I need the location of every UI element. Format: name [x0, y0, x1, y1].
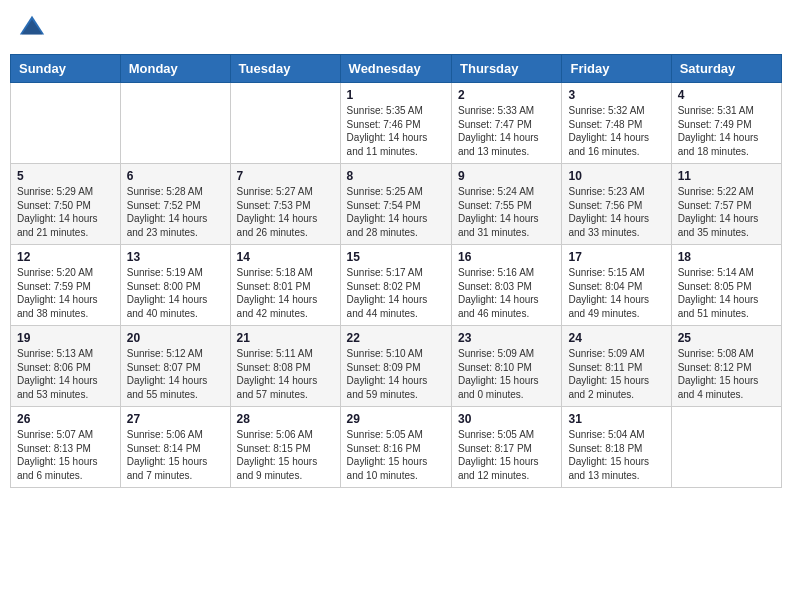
day-cell: 19Sunrise: 5:13 AM Sunset: 8:06 PM Dayli…	[11, 326, 121, 407]
day-cell	[230, 83, 340, 164]
day-cell: 12Sunrise: 5:20 AM Sunset: 7:59 PM Dayli…	[11, 245, 121, 326]
day-info: Sunrise: 5:08 AM Sunset: 8:12 PM Dayligh…	[678, 347, 775, 401]
day-cell: 3Sunrise: 5:32 AM Sunset: 7:48 PM Daylig…	[562, 83, 671, 164]
day-info: Sunrise: 5:18 AM Sunset: 8:01 PM Dayligh…	[237, 266, 334, 320]
day-number: 28	[237, 412, 334, 426]
day-number: 3	[568, 88, 664, 102]
day-number: 9	[458, 169, 555, 183]
day-number: 22	[347, 331, 445, 345]
day-cell: 17Sunrise: 5:15 AM Sunset: 8:04 PM Dayli…	[562, 245, 671, 326]
day-info: Sunrise: 5:13 AM Sunset: 8:06 PM Dayligh…	[17, 347, 114, 401]
day-number: 16	[458, 250, 555, 264]
day-info: Sunrise: 5:06 AM Sunset: 8:15 PM Dayligh…	[237, 428, 334, 482]
day-cell: 4Sunrise: 5:31 AM Sunset: 7:49 PM Daylig…	[671, 83, 781, 164]
day-cell: 13Sunrise: 5:19 AM Sunset: 8:00 PM Dayli…	[120, 245, 230, 326]
day-cell: 21Sunrise: 5:11 AM Sunset: 8:08 PM Dayli…	[230, 326, 340, 407]
day-cell: 25Sunrise: 5:08 AM Sunset: 8:12 PM Dayli…	[671, 326, 781, 407]
day-info: Sunrise: 5:25 AM Sunset: 7:54 PM Dayligh…	[347, 185, 445, 239]
day-info: Sunrise: 5:16 AM Sunset: 8:03 PM Dayligh…	[458, 266, 555, 320]
day-number: 8	[347, 169, 445, 183]
week-row-1: 1Sunrise: 5:35 AM Sunset: 7:46 PM Daylig…	[11, 83, 782, 164]
weekday-header-row: SundayMondayTuesdayWednesdayThursdayFrid…	[11, 55, 782, 83]
day-cell: 30Sunrise: 5:05 AM Sunset: 8:17 PM Dayli…	[452, 407, 562, 488]
day-number: 11	[678, 169, 775, 183]
day-cell: 29Sunrise: 5:05 AM Sunset: 8:16 PM Dayli…	[340, 407, 451, 488]
day-info: Sunrise: 5:23 AM Sunset: 7:56 PM Dayligh…	[568, 185, 664, 239]
weekday-header-monday: Monday	[120, 55, 230, 83]
day-number: 29	[347, 412, 445, 426]
week-row-4: 19Sunrise: 5:13 AM Sunset: 8:06 PM Dayli…	[11, 326, 782, 407]
day-info: Sunrise: 5:31 AM Sunset: 7:49 PM Dayligh…	[678, 104, 775, 158]
day-number: 23	[458, 331, 555, 345]
day-cell: 7Sunrise: 5:27 AM Sunset: 7:53 PM Daylig…	[230, 164, 340, 245]
weekday-header-thursday: Thursday	[452, 55, 562, 83]
day-info: Sunrise: 5:05 AM Sunset: 8:17 PM Dayligh…	[458, 428, 555, 482]
day-number: 6	[127, 169, 224, 183]
day-number: 12	[17, 250, 114, 264]
day-cell: 16Sunrise: 5:16 AM Sunset: 8:03 PM Dayli…	[452, 245, 562, 326]
day-info: Sunrise: 5:05 AM Sunset: 8:16 PM Dayligh…	[347, 428, 445, 482]
day-number: 2	[458, 88, 555, 102]
day-info: Sunrise: 5:09 AM Sunset: 8:10 PM Dayligh…	[458, 347, 555, 401]
day-info: Sunrise: 5:32 AM Sunset: 7:48 PM Dayligh…	[568, 104, 664, 158]
day-number: 31	[568, 412, 664, 426]
day-cell: 31Sunrise: 5:04 AM Sunset: 8:18 PM Dayli…	[562, 407, 671, 488]
day-cell: 23Sunrise: 5:09 AM Sunset: 8:10 PM Dayli…	[452, 326, 562, 407]
day-info: Sunrise: 5:07 AM Sunset: 8:13 PM Dayligh…	[17, 428, 114, 482]
day-number: 15	[347, 250, 445, 264]
day-cell: 20Sunrise: 5:12 AM Sunset: 8:07 PM Dayli…	[120, 326, 230, 407]
day-info: Sunrise: 5:28 AM Sunset: 7:52 PM Dayligh…	[127, 185, 224, 239]
logo-icon	[18, 14, 46, 42]
day-info: Sunrise: 5:20 AM Sunset: 7:59 PM Dayligh…	[17, 266, 114, 320]
day-cell: 22Sunrise: 5:10 AM Sunset: 8:09 PM Dayli…	[340, 326, 451, 407]
day-number: 5	[17, 169, 114, 183]
day-number: 17	[568, 250, 664, 264]
day-number: 21	[237, 331, 334, 345]
day-cell: 5Sunrise: 5:29 AM Sunset: 7:50 PM Daylig…	[11, 164, 121, 245]
day-cell: 11Sunrise: 5:22 AM Sunset: 7:57 PM Dayli…	[671, 164, 781, 245]
day-number: 13	[127, 250, 224, 264]
day-info: Sunrise: 5:06 AM Sunset: 8:14 PM Dayligh…	[127, 428, 224, 482]
week-row-2: 5Sunrise: 5:29 AM Sunset: 7:50 PM Daylig…	[11, 164, 782, 245]
day-info: Sunrise: 5:09 AM Sunset: 8:11 PM Dayligh…	[568, 347, 664, 401]
day-info: Sunrise: 5:27 AM Sunset: 7:53 PM Dayligh…	[237, 185, 334, 239]
day-number: 25	[678, 331, 775, 345]
weekday-header-friday: Friday	[562, 55, 671, 83]
day-cell: 24Sunrise: 5:09 AM Sunset: 8:11 PM Dayli…	[562, 326, 671, 407]
day-cell: 10Sunrise: 5:23 AM Sunset: 7:56 PM Dayli…	[562, 164, 671, 245]
day-cell: 26Sunrise: 5:07 AM Sunset: 8:13 PM Dayli…	[11, 407, 121, 488]
day-cell: 1Sunrise: 5:35 AM Sunset: 7:46 PM Daylig…	[340, 83, 451, 164]
day-cell: 2Sunrise: 5:33 AM Sunset: 7:47 PM Daylig…	[452, 83, 562, 164]
page-header	[10, 10, 782, 46]
day-cell	[671, 407, 781, 488]
day-cell: 14Sunrise: 5:18 AM Sunset: 8:01 PM Dayli…	[230, 245, 340, 326]
day-number: 30	[458, 412, 555, 426]
day-number: 26	[17, 412, 114, 426]
day-info: Sunrise: 5:19 AM Sunset: 8:00 PM Dayligh…	[127, 266, 224, 320]
day-info: Sunrise: 5:12 AM Sunset: 8:07 PM Dayligh…	[127, 347, 224, 401]
calendar-table: SundayMondayTuesdayWednesdayThursdayFrid…	[10, 54, 782, 488]
day-info: Sunrise: 5:10 AM Sunset: 8:09 PM Dayligh…	[347, 347, 445, 401]
day-info: Sunrise: 5:15 AM Sunset: 8:04 PM Dayligh…	[568, 266, 664, 320]
day-number: 4	[678, 88, 775, 102]
week-row-5: 26Sunrise: 5:07 AM Sunset: 8:13 PM Dayli…	[11, 407, 782, 488]
day-cell: 9Sunrise: 5:24 AM Sunset: 7:55 PM Daylig…	[452, 164, 562, 245]
logo	[18, 14, 50, 42]
day-info: Sunrise: 5:22 AM Sunset: 7:57 PM Dayligh…	[678, 185, 775, 239]
day-cell	[120, 83, 230, 164]
day-cell	[11, 83, 121, 164]
day-info: Sunrise: 5:14 AM Sunset: 8:05 PM Dayligh…	[678, 266, 775, 320]
day-cell: 15Sunrise: 5:17 AM Sunset: 8:02 PM Dayli…	[340, 245, 451, 326]
day-cell: 18Sunrise: 5:14 AM Sunset: 8:05 PM Dayli…	[671, 245, 781, 326]
day-info: Sunrise: 5:29 AM Sunset: 7:50 PM Dayligh…	[17, 185, 114, 239]
day-number: 10	[568, 169, 664, 183]
day-info: Sunrise: 5:35 AM Sunset: 7:46 PM Dayligh…	[347, 104, 445, 158]
day-info: Sunrise: 5:11 AM Sunset: 8:08 PM Dayligh…	[237, 347, 334, 401]
weekday-header-wednesday: Wednesday	[340, 55, 451, 83]
day-number: 18	[678, 250, 775, 264]
day-number: 24	[568, 331, 664, 345]
day-number: 19	[17, 331, 114, 345]
weekday-header-tuesday: Tuesday	[230, 55, 340, 83]
day-cell: 8Sunrise: 5:25 AM Sunset: 7:54 PM Daylig…	[340, 164, 451, 245]
weekday-header-saturday: Saturday	[671, 55, 781, 83]
